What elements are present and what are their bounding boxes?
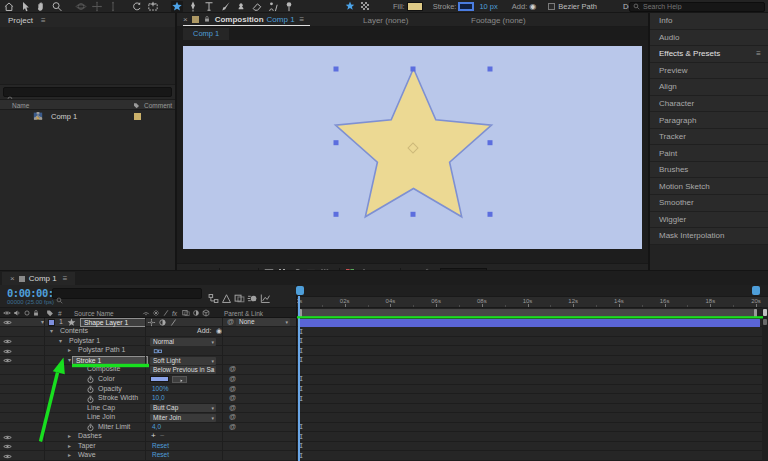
source-name-column[interactable]: Source Name [74,310,114,317]
panel-item-paint[interactable]: Paint [650,145,768,162]
navigator-end-grip[interactable] [752,286,760,295]
stopwatch-icon[interactable] [86,423,95,432]
graph-editor-icon[interactable] [260,290,271,301]
work-area-end-handle[interactable] [754,309,757,318]
eye-toggle-icon[interactable] [3,433,12,442]
time-ruler[interactable]: 0s02s04s06s08s10s12s14s16s18s20s [297,296,768,307]
panel-menu-icon[interactable]: ≡ [41,16,46,25]
value-dropdown[interactable]: Below Previous in Sa▾ [150,366,216,374]
property-group-name[interactable]: Taper [78,442,96,451]
work-area-strip[interactable] [297,307,768,318]
panel-menu-icon[interactable]: ≡ [300,15,305,24]
roto-brush-tool-icon[interactable] [267,1,279,12]
track-row-opacity[interactable]: I [297,385,762,395]
property-group-name[interactable]: Stroke 1 [72,356,148,365]
dolly-camera-tool-icon[interactable] [107,1,119,12]
motion-blur-icon[interactable] [247,290,258,301]
property-group-name[interactable]: Polystar 1 [69,337,100,346]
panel-item-wiggler[interactable]: Wiggler [650,212,768,229]
property-name[interactable]: Stroke Width [98,394,138,403]
comment-column-header[interactable]: Comment [144,102,172,109]
home-tool-icon[interactable] [3,1,15,12]
pick-whip-icon[interactable]: @ [229,385,236,394]
project-search-input[interactable] [14,85,134,100]
layer-number-column[interactable]: # [58,310,62,317]
project-panel-header[interactable]: Project ≡ [0,13,175,27]
eye-toggle-icon[interactable] [3,356,12,365]
solo-column-icon[interactable] [23,309,31,317]
value-text[interactable]: Reset [152,451,169,460]
footage-tab[interactable]: Footage (none) [471,16,526,25]
draft-3d-icon[interactable] [221,290,232,301]
quality-switch-icon[interactable] [162,309,170,317]
label-column-icon[interactable] [133,102,140,109]
motion-blur-switch-icon[interactable] [192,309,200,317]
expander-icon[interactable]: ▾ [59,337,62,346]
close-icon[interactable]: × [10,274,15,283]
timeline-search-box[interactable] [52,288,202,299]
tool-creates-shape-icon[interactable] [345,1,355,11]
pick-whip-icon[interactable]: @ [229,413,236,422]
track-row-wave[interactable]: I [297,451,762,461]
panel-item-brushes[interactable]: Brushes [650,162,768,179]
value-dropdown[interactable]: Normal▾ [150,338,216,346]
track-row-composite[interactable] [297,365,762,375]
project-item-name[interactable]: Comp 1 [51,112,77,121]
panel-item-smoother[interactable]: Smoother [650,195,768,212]
collapse-switch-icon[interactable] [152,309,160,317]
fx-switch-icon[interactable]: fx [172,310,177,317]
layer-label-chip[interactable] [48,319,55,326]
property-name[interactable]: Line Cap [87,404,115,413]
marker-bin-icon[interactable] [763,319,767,325]
help-search-box[interactable] [629,2,765,12]
value-text[interactable]: 4,0 [152,423,161,432]
track-row-shape-layer-1[interactable] [297,318,762,328]
playhead-grip[interactable] [296,286,304,295]
remove-dash-button[interactable]: − [160,432,165,441]
name-column-header[interactable]: Name [12,102,29,109]
slash-switch-icon[interactable] [169,318,178,327]
composition-canvas[interactable] [183,46,642,249]
parent-pick-whip-icon[interactable]: @ [227,318,234,327]
track-row-line-join[interactable] [297,413,762,423]
time-navigator-bar[interactable] [297,285,768,296]
eye-toggle-icon[interactable] [3,442,12,451]
track-row-contents[interactable]: I [297,327,762,337]
property-name[interactable]: Line Join [87,413,115,422]
property-name[interactable]: Color [98,375,115,384]
lock-icon[interactable] [203,15,211,23]
expander-icon[interactable]: ▸ [68,451,71,460]
tool-creates-mask-icon[interactable] [360,1,370,11]
eye-toggle-icon[interactable] [3,318,12,327]
shape-tool-icon[interactable] [171,1,183,12]
shy-switch-icon[interactable] [142,309,150,317]
panel-item-character[interactable]: Character [650,96,768,113]
zoom-tool-icon[interactable] [51,1,63,12]
expander-icon[interactable]: ▾ [50,327,53,336]
selection-tool-icon[interactable] [19,1,31,12]
value-dropdown[interactable]: Butt Cap▾ [150,404,216,412]
layer-name[interactable]: Shape Layer 1 [80,318,146,327]
value-text[interactable]: Reset [152,442,169,451]
track-row-polystar-path-1[interactable]: I [297,346,762,356]
frame-blend-switch-icon[interactable] [182,309,190,317]
panel-item-audio[interactable]: Audio [650,30,768,47]
track-row-miter-limit[interactable]: I [297,423,762,433]
eye-column-icon[interactable] [3,309,11,317]
label-column-icon[interactable] [46,309,54,317]
shape-path-direction-icons[interactable] [150,347,166,356]
property-group-name[interactable]: Contents [60,327,88,336]
pan-camera-tool-icon[interactable] [91,1,103,12]
pan-behind-tool-icon[interactable] [147,1,159,12]
pick-whip-icon[interactable]: @ [229,423,236,432]
pick-whip-icon[interactable]: @ [229,375,236,384]
panel-item-info[interactable]: Info [650,13,768,30]
expander-icon[interactable]: ▸ [68,346,71,355]
frame-blending-icon[interactable] [234,290,245,301]
rotation-tool-icon[interactable] [131,1,143,12]
panel-item-motion-sketch[interactable]: Motion Sketch [650,178,768,195]
clone-stamp-tool-icon[interactable] [235,1,247,12]
value-dropdown[interactable]: Soft Light▾ [150,357,216,365]
composition-tab[interactable]: × Composition Comp 1 ≡ [183,13,310,26]
comp-viewer-tab[interactable]: Comp 1 [183,28,229,40]
